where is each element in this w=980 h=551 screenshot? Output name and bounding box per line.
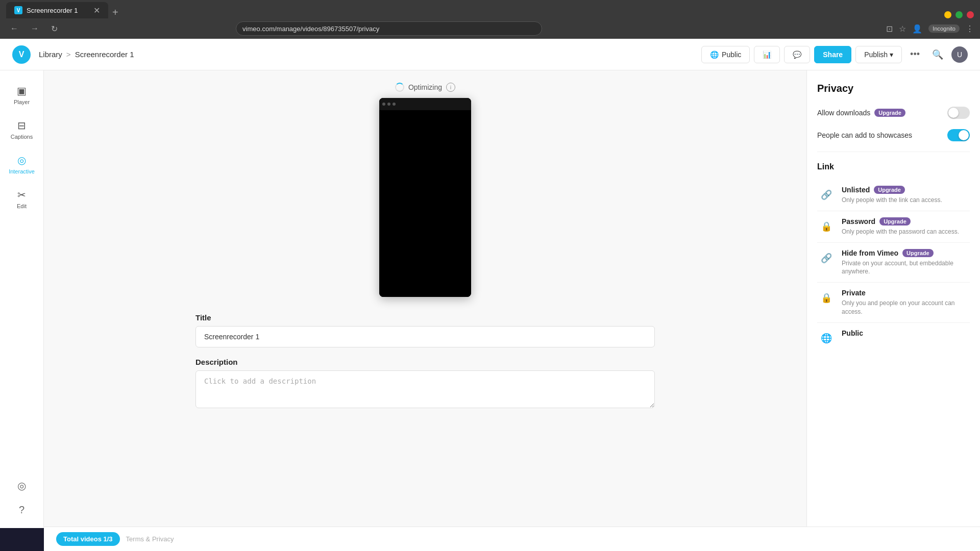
captions-icon: ⊟ [17, 119, 26, 132]
allow-downloads-text: Allow downloads [817, 109, 870, 117]
breadcrumb-library[interactable]: Library [39, 50, 62, 59]
public-title: Public [842, 329, 970, 337]
share-button[interactable]: Share [814, 46, 851, 63]
window-close-button[interactable] [967, 11, 974, 18]
password-title: Password Upgrade [842, 217, 970, 226]
sidebar-item-player[interactable]: ▣ Player [3, 79, 41, 111]
description-label: Description [195, 358, 655, 366]
more-options-button[interactable]: ••• [906, 45, 924, 64]
private-description: Only you and people on your account can … [842, 299, 970, 316]
showcases-label: People can add to showcases [817, 131, 912, 139]
menu-icon[interactable]: ⋮ [966, 24, 974, 34]
loading-spinner [395, 83, 404, 92]
link-option-password[interactable]: 🔒 Password Upgrade Only people with the … [817, 211, 970, 243]
browser-tab-bar: V Screenrecorder 1 ✕ + [0, 0, 980, 18]
showcases-toggle-knob [959, 130, 969, 140]
edit-icon: ✂ [17, 189, 26, 201]
terms-privacy-link[interactable]: Terms & Privacy [126, 535, 174, 543]
title-label: Title [195, 313, 655, 322]
hide-vimeo-upgrade-badge[interactable]: Upgrade [902, 249, 934, 257]
allow-downloads-toggle[interactable] [947, 107, 970, 119]
hide-vimeo-description: Private on your account, but embeddable … [842, 259, 970, 277]
private-content: Private Only you and people on your acco… [842, 289, 970, 316]
search-button[interactable]: 🔍 [928, 45, 947, 64]
comments-button[interactable]: 💬 [784, 46, 810, 63]
interactive-icon: ◎ [17, 154, 26, 166]
link-option-public[interactable]: 🌐 Public [817, 323, 970, 354]
description-input[interactable] [195, 370, 655, 408]
video-preview [379, 98, 471, 297]
hide-vimeo-icon: 🔗 [817, 249, 836, 267]
publish-button[interactable]: Publish ▾ [855, 46, 902, 63]
globe-icon: 🌐 [710, 51, 719, 59]
profile-icon[interactable]: 👤 [912, 24, 922, 34]
video-dot-2 [387, 103, 390, 106]
link-option-unlisted[interactable]: 🔗 Unlisted Upgrade Only people with the … [817, 180, 970, 211]
nav-back-button[interactable]: ← [6, 22, 22, 35]
link-option-private[interactable]: 🔒 Private Only you and people on your ac… [817, 283, 970, 323]
title-input[interactable] [195, 326, 655, 347]
hide-vimeo-label: Hide from Vimeo [842, 249, 898, 257]
address-bar[interactable]: vimeo.com/manage/videos/896735507/privac… [236, 21, 542, 36]
header-right: 🌐 Public 📊 💬 Share Publish ▾ ••• 🔍 U [701, 45, 968, 64]
unlisted-icon: 🔗 [817, 186, 836, 204]
compass-button[interactable]: ◎ [13, 475, 30, 496]
hide-vimeo-title: Hide from Vimeo Upgrade [842, 249, 970, 257]
new-tab-button[interactable]: + [108, 7, 122, 18]
help-button[interactable]: ? [15, 500, 29, 520]
analytics-icon: 📊 [763, 51, 771, 59]
allow-downloads-label: Allow downloads Upgrade [817, 109, 905, 117]
password-description: Only people with the password can access… [842, 228, 970, 236]
public-button[interactable]: 🌐 Public [701, 46, 750, 63]
window-controls [944, 11, 974, 18]
sidebar-item-interactive[interactable]: ◎ Interactive [3, 148, 41, 181]
info-icon[interactable]: i [446, 83, 455, 92]
showcases-toggle[interactable] [947, 129, 970, 141]
left-sidebar: ▣ Player ⊟ Captions ◎ Interactive ✂ Edit… [0, 70, 44, 528]
sidebar-item-captions[interactable]: ⊟ Captions [3, 113, 41, 146]
nav-reload-button[interactable]: ↻ [47, 22, 62, 36]
total-videos-count: 1/3 [104, 535, 113, 543]
allow-downloads-upgrade-badge[interactable]: Upgrade [874, 109, 905, 117]
nav-forward-button[interactable]: → [27, 22, 43, 35]
link-option-hide-from-vimeo[interactable]: 🔗 Hide from Vimeo Upgrade Private on you… [817, 243, 970, 283]
window-minimize-button[interactable] [944, 11, 951, 18]
toggle-knob [948, 108, 959, 118]
content-area: Optimizing i Title [44, 70, 806, 528]
private-icon: 🔒 [817, 289, 836, 307]
breadcrumb: Library > Screenrecorder 1 [39, 50, 134, 59]
sidebar-bottom: ◎ ? [13, 475, 30, 520]
panel-title: Privacy [817, 83, 970, 94]
hide-vimeo-content: Hide from Vimeo Upgrade Private on your … [842, 249, 970, 277]
password-upgrade-badge[interactable]: Upgrade [879, 217, 911, 226]
video-section: Optimizing i [195, 83, 655, 297]
chevron-down-icon: ▾ [890, 51, 893, 59]
share-button-label: Share [823, 51, 843, 59]
video-dot-3 [393, 103, 396, 106]
optimizing-bar: Optimizing i [395, 83, 455, 92]
player-icon: ▣ [17, 85, 27, 97]
right-panel: Privacy Allow downloads Upgrade People c… [806, 70, 980, 528]
unlisted-label: Unlisted [842, 186, 870, 194]
public-button-label: Public [722, 51, 741, 59]
bookmark-icon[interactable]: ☆ [899, 24, 906, 34]
cast-icon: ⊡ [886, 24, 893, 34]
unlisted-description: Only people with the link can access. [842, 196, 970, 205]
unlisted-upgrade-badge[interactable]: Upgrade [874, 186, 905, 194]
tab-title: Screenrecorder 1 [27, 7, 78, 14]
video-inner [379, 98, 471, 297]
comment-icon: 💬 [793, 51, 801, 59]
vimeo-logo: V [12, 45, 31, 64]
footer-links: Terms & Privacy [126, 535, 174, 543]
window-maximize-button[interactable] [955, 11, 963, 18]
avatar[interactable]: U [951, 46, 968, 63]
tab-close-button[interactable]: ✕ [93, 6, 100, 15]
link-section-title: Link [817, 162, 970, 171]
details-section: Title Description [195, 313, 655, 420]
browser-tab[interactable]: V Screenrecorder 1 ✕ [6, 2, 108, 18]
sidebar-item-edit[interactable]: ✂ Edit [3, 183, 41, 215]
browser-nav: ← → ↻ vimeo.com/manage/videos/896735507/… [0, 18, 980, 39]
analytics-button[interactable]: 📊 [754, 46, 780, 63]
public-icon: 🌐 [817, 329, 836, 347]
showcases-text: People can add to showcases [817, 131, 912, 139]
